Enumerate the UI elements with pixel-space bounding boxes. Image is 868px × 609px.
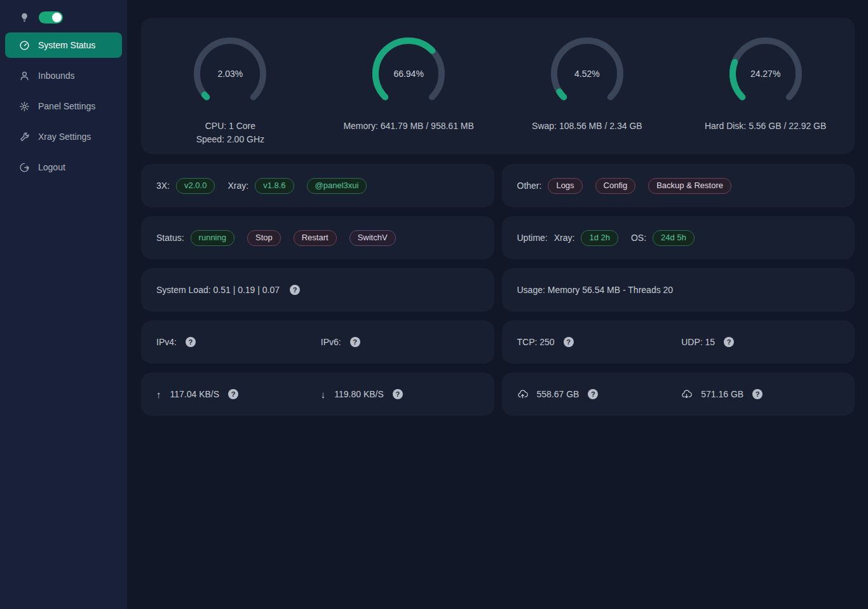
uptime-card: Uptime: Xray: 1d 2h OS: 24d 5h [502, 216, 855, 259]
sidebar: System Status Inbounds Panel Settings Xr… [0, 0, 127, 609]
dashboard-icon [19, 40, 30, 51]
user-icon [19, 71, 30, 81]
backup-restore-button[interactable]: Backup & Restore [648, 178, 731, 194]
cloud-upload-icon [517, 389, 528, 400]
cpu-speed-caption: Speed: 2.00 GHz [141, 133, 320, 146]
connections-card: TCP: 250 ? UDP: 15 ? [502, 320, 855, 364]
help-icon[interactable]: ? [290, 285, 300, 295]
panel-version-badge[interactable]: v2.0.0 [176, 178, 215, 194]
config-button[interactable]: Config [595, 178, 636, 194]
system-load-text: System Load: 0.51 | 0.19 | 0.07 [156, 285, 280, 295]
logs-button[interactable]: Logs [548, 178, 582, 194]
usage-card: Usage: Memory 56.54 MB - Threads 20 [502, 268, 855, 311]
sidebar-item-label: Panel Settings [38, 101, 95, 111]
tcp-block: TCP: 250 ? [517, 337, 675, 347]
ip-card: IPv4: ? IPv6: ? [141, 320, 494, 364]
uptime-label: Uptime: [517, 233, 548, 243]
panel-version-label: 3X: [156, 181, 170, 191]
status-running-badge: running [191, 230, 234, 246]
sidebar-item-xray-settings[interactable]: Xray Settings [5, 124, 122, 149]
ipv6-label: IPv6: [321, 337, 341, 347]
wrench-icon [19, 132, 30, 142]
ipv4-block: IPv4: ? [156, 337, 315, 347]
swap-percent: 4.52% [549, 36, 625, 112]
system-load-card: System Load: 0.51 | 0.19 | 0.07 ? [141, 268, 494, 311]
ipv4-label: IPv4: [156, 337, 177, 347]
status-card: Status: running Stop Restart SwitchV [141, 216, 494, 259]
swap-caption: Swap: 108.56 MB / 2.34 GB [498, 120, 677, 133]
udp-block: UDP: 15 ? [681, 337, 839, 347]
help-icon[interactable]: ? [350, 337, 360, 347]
xray-version-label: Xray: [227, 181, 248, 191]
lightbulb-icon [19, 12, 30, 23]
memory-gauge: 66.94% Memory: 641.79 MB / 958.61 MB [320, 36, 498, 133]
memory-percent: 66.94% [370, 36, 447, 112]
arrow-down-icon: ↓ [321, 389, 326, 400]
logout-icon [19, 162, 30, 173]
sidebar-item-label: Logout [38, 162, 65, 172]
other-label: Other: [517, 181, 542, 191]
usage-text: Usage: Memory 56.54 MB - Threads 20 [517, 285, 674, 295]
download-speed: 119.80 KB/S [334, 389, 384, 399]
restart-button[interactable]: Restart [294, 230, 337, 246]
other-card: Other: Logs Config Backup & Restore [502, 164, 855, 207]
cloud-download-icon [681, 389, 692, 400]
ipv6-block: IPv6: ? [321, 337, 479, 347]
total-download-block: 571.16 GB ? [681, 389, 839, 400]
sidebar-item-system-status[interactable]: System Status [5, 32, 122, 58]
tcp-count: TCP: 250 [517, 337, 555, 347]
total-download: 571.16 GB [701, 389, 743, 399]
cpu-gauge: 2.03% CPU: 1 Core Speed: 2.00 GHz [141, 36, 320, 146]
sidebar-item-panel-settings[interactable]: Panel Settings [5, 93, 122, 119]
switch-version-button[interactable]: SwitchV [349, 230, 396, 246]
telegram-badge[interactable]: @panel3xui [307, 178, 367, 194]
help-icon[interactable]: ? [186, 337, 196, 347]
memory-caption: Memory: 641.79 MB / 958.61 MB [320, 120, 498, 133]
version-card: 3X: v2.0.0 Xray: v1.8.6 @panel3xui [141, 164, 494, 207]
total-upload: 558.67 GB [537, 389, 580, 399]
sidebar-item-label: Inbounds [38, 71, 75, 81]
help-icon[interactable]: ? [228, 389, 238, 399]
udp-count: UDP: 15 [681, 337, 715, 347]
uptime-os-label: OS: [631, 233, 646, 243]
cpu-percent: 2.03% [192, 36, 268, 112]
uptime-xray-badge: 1d 2h [581, 230, 618, 246]
arrow-up-icon: ↑ [156, 389, 161, 400]
swap-gauge: 4.52% Swap: 108.56 MB / 2.34 GB [498, 36, 677, 133]
disk-percent: 24.27% [728, 36, 804, 112]
disk-gauge: 24.27% Hard Disk: 5.56 GB / 22.92 GB [676, 36, 855, 133]
total-upload-block: 558.67 GB ? [517, 389, 675, 400]
help-icon[interactable]: ? [724, 337, 734, 347]
uptime-os-badge: 24d 5h [653, 230, 695, 246]
help-icon[interactable]: ? [752, 389, 763, 399]
upload-speed: 117.04 KB/S [170, 389, 220, 399]
main-content: 2.03% CPU: 1 Core Speed: 2.00 GHz 66.94%… [127, 0, 868, 609]
net-total-card: 558.67 GB ? 571.16 GB ? [502, 373, 855, 416]
sidebar-item-label: System Status [38, 40, 95, 50]
help-icon[interactable]: ? [564, 337, 574, 347]
help-icon[interactable]: ? [588, 389, 598, 399]
uptime-xray-label: Xray: [554, 233, 575, 243]
dark-mode-toggle[interactable] [39, 11, 63, 24]
sidebar-item-label: Xray Settings [38, 132, 91, 142]
disk-caption: Hard Disk: 5.56 GB / 22.92 GB [676, 120, 855, 133]
sidebar-item-logout[interactable]: Logout [5, 154, 122, 180]
system-gauges-card: 2.03% CPU: 1 Core Speed: 2.00 GHz 66.94%… [141, 18, 855, 154]
theme-row [5, 9, 122, 32]
help-icon[interactable]: ? [393, 389, 403, 399]
net-speed-card: ↑ 117.04 KB/S ? ↓ 119.80 KB/S ? [141, 373, 494, 416]
download-speed-block: ↓ 119.80 KB/S ? [321, 389, 479, 400]
sidebar-item-inbounds[interactable]: Inbounds [5, 63, 122, 88]
gear-icon [19, 101, 30, 112]
status-label: Status: [156, 233, 184, 243]
upload-speed-block: ↑ 117.04 KB/S ? [156, 389, 315, 400]
toggle-knob [52, 13, 62, 22]
stop-button[interactable]: Stop [247, 230, 281, 246]
xray-version-badge[interactable]: v1.8.6 [255, 178, 294, 194]
cpu-caption: CPU: 1 Core [141, 120, 320, 133]
